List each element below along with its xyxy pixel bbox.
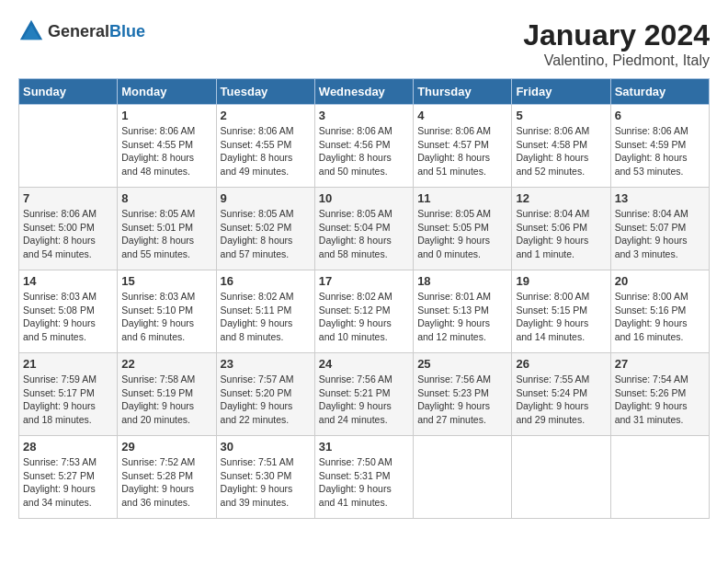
day-info: Sunrise: 8:06 AMSunset: 4:56 PMDaylight:… xyxy=(319,124,409,178)
calendar-cell: 21Sunrise: 7:59 AMSunset: 5:17 PMDayligh… xyxy=(19,353,118,436)
day-info: Sunrise: 8:01 AMSunset: 5:13 PMDaylight:… xyxy=(417,290,507,344)
calendar-cell: 7Sunrise: 8:06 AMSunset: 5:00 PMDaylight… xyxy=(19,188,118,270)
day-info: Sunrise: 7:54 AMSunset: 5:26 PMDaylight:… xyxy=(615,373,705,427)
day-number: 8 xyxy=(121,191,211,205)
calendar-week-row: 21Sunrise: 7:59 AMSunset: 5:17 PMDayligh… xyxy=(19,353,710,436)
location-title: Valentino, Piedmont, Italy xyxy=(523,52,710,69)
day-number: 23 xyxy=(221,357,311,371)
day-number: 12 xyxy=(516,191,606,205)
calendar-cell: 3Sunrise: 8:06 AMSunset: 4:56 PMDaylight… xyxy=(314,105,413,188)
calendar-week-row: 1Sunrise: 8:06 AMSunset: 4:55 PMDaylight… xyxy=(19,105,710,188)
day-info: Sunrise: 8:02 AMSunset: 5:12 PMDaylight:… xyxy=(319,290,409,344)
day-number: 26 xyxy=(516,357,606,371)
day-number: 30 xyxy=(221,440,311,454)
day-number: 25 xyxy=(417,357,507,371)
logo-blue: Blue xyxy=(109,22,145,40)
day-info: Sunrise: 7:53 AMSunset: 5:27 PMDaylight:… xyxy=(23,455,113,510)
calendar-cell: 10Sunrise: 8:05 AMSunset: 5:04 PMDayligh… xyxy=(314,188,413,270)
day-info: Sunrise: 8:06 AMSunset: 4:58 PMDaylight:… xyxy=(516,124,606,178)
day-number: 24 xyxy=(319,357,409,371)
calendar-cell: 5Sunrise: 8:06 AMSunset: 4:58 PMDaylight… xyxy=(512,105,610,188)
day-info: Sunrise: 8:04 AMSunset: 5:06 PMDaylight:… xyxy=(516,207,606,261)
header-friday: Friday xyxy=(512,79,610,105)
day-info: Sunrise: 8:06 AMSunset: 4:57 PMDaylight:… xyxy=(417,124,507,178)
day-info: Sunrise: 7:58 AMSunset: 5:19 PMDaylight:… xyxy=(121,373,211,427)
day-number: 13 xyxy=(615,191,705,205)
day-number: 7 xyxy=(23,191,113,205)
day-info: Sunrise: 8:05 AMSunset: 5:05 PMDaylight:… xyxy=(417,207,507,261)
calendar-cell xyxy=(512,436,610,519)
day-number: 18 xyxy=(417,274,507,288)
calendar-cell: 22Sunrise: 7:58 AMSunset: 5:19 PMDayligh… xyxy=(118,353,216,436)
day-info: Sunrise: 8:05 AMSunset: 5:04 PMDaylight:… xyxy=(319,207,409,261)
calendar-cell xyxy=(414,436,512,519)
day-info: Sunrise: 8:06 AMSunset: 5:00 PMDaylight:… xyxy=(23,207,113,261)
calendar-week-row: 28Sunrise: 7:53 AMSunset: 5:27 PMDayligh… xyxy=(19,436,710,519)
day-number: 22 xyxy=(121,357,211,371)
day-info: Sunrise: 8:05 AMSunset: 5:01 PMDaylight:… xyxy=(121,207,211,261)
day-info: Sunrise: 8:05 AMSunset: 5:02 PMDaylight:… xyxy=(221,207,311,261)
calendar-cell xyxy=(19,105,118,188)
page-header: GeneralBlue January 2024 Valentino, Pied… xyxy=(18,18,710,69)
calendar-cell: 15Sunrise: 8:03 AMSunset: 5:10 PMDayligh… xyxy=(118,270,216,353)
calendar-cell: 28Sunrise: 7:53 AMSunset: 5:27 PMDayligh… xyxy=(19,436,118,519)
month-title: January 2024 xyxy=(523,18,710,52)
header-monday: Monday xyxy=(118,79,216,105)
calendar-cell xyxy=(610,436,709,519)
day-number: 15 xyxy=(121,274,211,288)
calendar-cell: 11Sunrise: 8:05 AMSunset: 5:05 PMDayligh… xyxy=(414,188,512,270)
header-sunday: Sunday xyxy=(19,79,118,105)
header-tuesday: Tuesday xyxy=(216,79,314,105)
day-number: 1 xyxy=(121,109,211,122)
day-info: Sunrise: 7:57 AMSunset: 5:20 PMDaylight:… xyxy=(221,373,311,427)
calendar-cell: 4Sunrise: 8:06 AMSunset: 4:57 PMDaylight… xyxy=(414,105,512,188)
day-number: 21 xyxy=(23,357,113,371)
day-number: 17 xyxy=(319,274,409,288)
day-number: 31 xyxy=(319,440,409,454)
calendar-cell: 14Sunrise: 8:03 AMSunset: 5:08 PMDayligh… xyxy=(19,270,118,353)
day-info: Sunrise: 7:51 AMSunset: 5:30 PMDaylight:… xyxy=(221,455,311,510)
calendar-header-row: SundayMondayTuesdayWednesdayThursdayFrid… xyxy=(19,79,710,105)
day-number: 10 xyxy=(319,191,409,205)
calendar-cell: 31Sunrise: 7:50 AMSunset: 5:31 PMDayligh… xyxy=(314,436,413,519)
day-info: Sunrise: 8:03 AMSunset: 5:08 PMDaylight:… xyxy=(23,290,113,344)
day-info: Sunrise: 8:02 AMSunset: 5:11 PMDaylight:… xyxy=(221,290,311,344)
day-number: 16 xyxy=(221,274,311,288)
day-number: 2 xyxy=(221,109,311,122)
day-info: Sunrise: 7:59 AMSunset: 5:17 PMDaylight:… xyxy=(23,373,113,427)
calendar-week-row: 7Sunrise: 8:06 AMSunset: 5:00 PMDaylight… xyxy=(19,188,710,270)
logo: GeneralBlue xyxy=(18,18,145,44)
day-number: 20 xyxy=(615,274,705,288)
day-info: Sunrise: 8:00 AMSunset: 5:16 PMDaylight:… xyxy=(615,290,705,344)
calendar-cell: 23Sunrise: 7:57 AMSunset: 5:20 PMDayligh… xyxy=(216,353,314,436)
day-number: 3 xyxy=(319,109,409,122)
day-info: Sunrise: 8:06 AMSunset: 4:55 PMDaylight:… xyxy=(121,124,211,178)
header-wednesday: Wednesday xyxy=(314,79,413,105)
calendar-cell: 12Sunrise: 8:04 AMSunset: 5:06 PMDayligh… xyxy=(512,188,610,270)
calendar-cell: 16Sunrise: 8:02 AMSunset: 5:11 PMDayligh… xyxy=(216,270,314,353)
day-number: 5 xyxy=(516,109,606,122)
day-number: 9 xyxy=(221,191,311,205)
logo-icon xyxy=(18,18,44,44)
calendar-cell: 1Sunrise: 8:06 AMSunset: 4:55 PMDaylight… xyxy=(118,105,216,188)
day-info: Sunrise: 7:56 AMSunset: 5:23 PMDaylight:… xyxy=(417,373,507,427)
calendar-cell: 9Sunrise: 8:05 AMSunset: 5:02 PMDaylight… xyxy=(216,188,314,270)
day-info: Sunrise: 8:06 AMSunset: 4:59 PMDaylight:… xyxy=(615,124,705,178)
calendar-cell: 20Sunrise: 8:00 AMSunset: 5:16 PMDayligh… xyxy=(610,270,709,353)
day-number: 14 xyxy=(23,274,113,288)
calendar-cell: 25Sunrise: 7:56 AMSunset: 5:23 PMDayligh… xyxy=(414,353,512,436)
header-thursday: Thursday xyxy=(414,79,512,105)
calendar-cell: 26Sunrise: 7:55 AMSunset: 5:24 PMDayligh… xyxy=(512,353,610,436)
day-info: Sunrise: 8:06 AMSunset: 4:55 PMDaylight:… xyxy=(221,124,311,178)
calendar-week-row: 14Sunrise: 8:03 AMSunset: 5:08 PMDayligh… xyxy=(19,270,710,353)
day-info: Sunrise: 8:03 AMSunset: 5:10 PMDaylight:… xyxy=(121,290,211,344)
calendar-cell: 2Sunrise: 8:06 AMSunset: 4:55 PMDaylight… xyxy=(216,105,314,188)
calendar-cell: 29Sunrise: 7:52 AMSunset: 5:28 PMDayligh… xyxy=(118,436,216,519)
calendar-cell: 27Sunrise: 7:54 AMSunset: 5:26 PMDayligh… xyxy=(610,353,709,436)
calendar-cell: 8Sunrise: 8:05 AMSunset: 5:01 PMDaylight… xyxy=(118,188,216,270)
calendar-cell: 19Sunrise: 8:00 AMSunset: 5:15 PMDayligh… xyxy=(512,270,610,353)
header-saturday: Saturday xyxy=(610,79,709,105)
calendar-cell: 18Sunrise: 8:01 AMSunset: 5:13 PMDayligh… xyxy=(414,270,512,353)
day-number: 11 xyxy=(417,191,507,205)
day-info: Sunrise: 7:52 AMSunset: 5:28 PMDaylight:… xyxy=(121,455,211,510)
